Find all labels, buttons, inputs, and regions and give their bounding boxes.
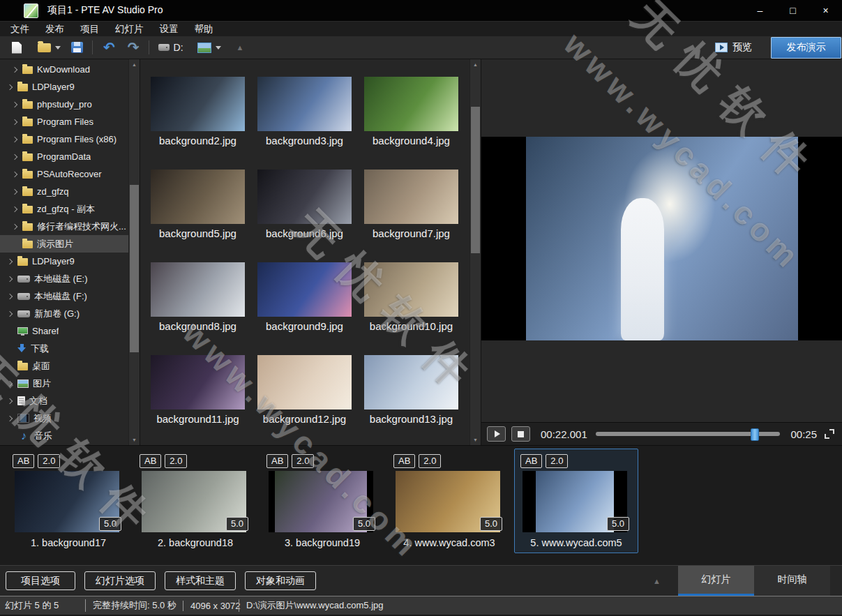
collapse-panel-icon[interactable]: ▲ (653, 577, 661, 585)
tree-scrollbar[interactable] (128, 59, 140, 445)
panel-button-3[interactable]: 对象和动画 (245, 571, 316, 590)
expand-chevron-icon[interactable] (7, 399, 17, 403)
file-thumbnail[interactable] (151, 170, 245, 224)
scroll-down-icon[interactable] (129, 435, 140, 444)
panel-button-1[interactable]: 幻灯片选项 (84, 571, 156, 590)
slide-thumbnail[interactable]: 5.0 (269, 471, 373, 532)
file-thumbnail[interactable] (364, 355, 458, 410)
tree-item-16[interactable]: 下载 (0, 340, 128, 357)
slide-item-4[interactable]: AB2.05.04. www.wycad.com3 (387, 449, 511, 553)
scroll-up-icon[interactable] (129, 60, 140, 69)
file-item[interactable]: background13.jpg (364, 355, 458, 425)
expand-chevron-icon[interactable] (7, 85, 17, 89)
menu-item-3[interactable]: 幻灯片 (108, 23, 151, 36)
seek-slider[interactable] (596, 432, 781, 436)
tree-item-17[interactable]: 桌面 (0, 357, 128, 375)
tree-item-5[interactable]: ProgramData (0, 148, 128, 165)
slide-item-5[interactable]: AB2.05.05. www.wycad.com5 (514, 449, 638, 553)
expand-chevron-icon[interactable] (7, 294, 17, 299)
close-button[interactable]: × (809, 0, 842, 21)
expand-chevron-icon[interactable] (12, 190, 22, 194)
slide-item-2[interactable]: AB2.05.02. background18 (133, 449, 257, 553)
preview-label[interactable]: 预览 (732, 41, 752, 54)
expand-chevron-icon[interactable] (12, 155, 22, 159)
tab-0[interactable]: 幻灯片 (678, 566, 754, 596)
expand-chevron-icon[interactable] (12, 207, 22, 211)
file-item[interactable]: background8.jpg (151, 262, 245, 332)
slide-thumbnail[interactable]: 5.0 (15, 471, 119, 532)
panel-button-2[interactable]: 样式和主题 (165, 571, 236, 590)
image-source-dropdown-icon[interactable] (197, 43, 211, 53)
preview-control[interactable]: 预览 (715, 41, 752, 54)
file-thumbnail[interactable] (364, 77, 458, 131)
file-item[interactable]: background5.jpg (151, 170, 245, 239)
expand-chevron-icon[interactable] (12, 68, 22, 72)
folder-up-icon[interactable]: ▲ (236, 43, 244, 52)
tree-item-19[interactable]: 文档 (0, 392, 128, 410)
tree-item-13[interactable]: 本地磁盘 (F:) (0, 287, 128, 305)
tree-item-15[interactable]: Sharef (0, 322, 128, 340)
file-item[interactable]: background6.jpg (257, 170, 352, 239)
tree-scrollbar-thumb[interactable] (130, 185, 139, 352)
expand-chevron-icon[interactable] (12, 120, 22, 124)
tree-item-1[interactable]: LDPlayer9 (0, 78, 128, 96)
menu-item-1[interactable]: 发布 (38, 23, 71, 36)
preview-play-icon[interactable] (715, 43, 728, 52)
undo-icon[interactable]: ↶ (103, 40, 115, 54)
tree-item-0[interactable]: KwDownload (0, 61, 128, 78)
image-source-caret-icon[interactable] (216, 46, 221, 50)
scroll-down-icon[interactable] (470, 435, 481, 444)
maximize-button[interactable]: □ (776, 0, 809, 21)
expand-chevron-icon[interactable] (7, 416, 17, 421)
tree-item-2[interactable]: phpstudy_pro (0, 96, 128, 113)
slide-thumbnail[interactable]: 5.0 (523, 471, 627, 532)
file-thumbnail[interactable] (364, 170, 458, 224)
menu-item-0[interactable]: 文件 (3, 23, 36, 36)
expand-chevron-icon[interactable] (7, 260, 17, 264)
tree-item-14[interactable]: 新加卷 (G:) (0, 305, 128, 322)
tree-item-12[interactable]: 本地磁盘 (E:) (0, 270, 128, 287)
tree-item-18[interactable]: 图片 (0, 375, 128, 392)
file-thumbnail[interactable] (151, 355, 245, 410)
redo-icon[interactable]: ↷ (128, 40, 140, 54)
file-item[interactable]: background2.jpg (151, 77, 245, 147)
expand-chevron-icon[interactable] (12, 103, 22, 107)
expand-chevron-icon[interactable] (7, 312, 17, 316)
file-thumbnail[interactable] (364, 262, 458, 317)
file-item[interactable]: background7.jpg (364, 170, 458, 239)
panel-button-0[interactable]: 项目选项 (6, 571, 75, 590)
file-thumbnail[interactable] (151, 262, 245, 317)
minimize-button[interactable]: – (744, 0, 776, 21)
seek-slider-thumb[interactable] (751, 428, 759, 441)
file-thumbnail[interactable] (151, 77, 245, 131)
drive-label[interactable]: D: (174, 42, 183, 53)
tree-item-4[interactable]: Program Files (x86) (0, 130, 128, 148)
slide-item-1[interactable]: AB2.05.01. background17 (6, 449, 130, 553)
fullscreen-icon[interactable] (825, 429, 834, 439)
file-item[interactable]: background9.jpg (257, 262, 352, 332)
file-item[interactable]: background12.jpg (257, 355, 352, 425)
expand-chevron-icon[interactable] (12, 172, 22, 176)
file-thumbnail[interactable] (257, 77, 352, 131)
slide-thumbnail[interactable]: 5.0 (142, 471, 246, 532)
menu-item-5[interactable]: 帮助 (188, 23, 220, 36)
file-item[interactable]: background11.jpg (151, 355, 245, 425)
expand-chevron-icon[interactable] (12, 137, 22, 142)
expand-chevron-icon[interactable] (7, 277, 17, 281)
tree-item-21[interactable]: 音乐 (0, 427, 128, 444)
publish-button[interactable]: 发布演示 (771, 37, 841, 59)
play-button[interactable] (487, 426, 506, 442)
open-dropdown-caret-icon[interactable] (55, 46, 61, 50)
file-item[interactable]: background10.jpg (364, 262, 458, 332)
save-icon[interactable] (71, 42, 83, 53)
menu-item-2[interactable]: 项目 (73, 23, 106, 36)
expand-chevron-icon[interactable] (12, 225, 22, 229)
stop-button[interactable] (511, 426, 530, 442)
tree-item-20[interactable]: 视频 (0, 410, 128, 427)
slide-thumbnail[interactable]: 5.0 (396, 471, 500, 532)
slide-item-3[interactable]: AB2.05.03. background19 (260, 449, 384, 553)
file-item[interactable]: background4.jpg (364, 77, 458, 147)
tree-item-7[interactable]: zd_gfzq (0, 183, 128, 200)
file-item[interactable]: background3.jpg (257, 77, 352, 147)
tree-item-11[interactable]: LDPlayer9 (0, 253, 128, 270)
